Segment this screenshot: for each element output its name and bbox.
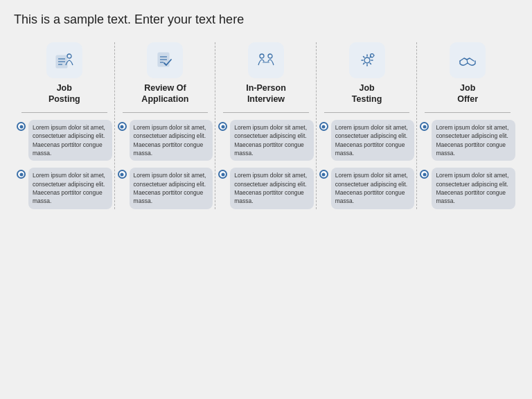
column-job-offer: JobOffer Lorem ipsum dolor sit amet, con… — [417, 42, 518, 209]
svg-point-12 — [364, 57, 370, 63]
in-person-interview-card-row-2: Lorem ipsum dolor sit amet, consectetuer… — [218, 168, 314, 209]
column-in-person-interview: In-PersonInterview Lorem ipsum dolor sit… — [215, 42, 317, 209]
review-application-label: Review OfApplication — [141, 82, 188, 105]
job-posting-icon-box — [46, 42, 82, 78]
in-person-interview-card-2: Lorem ipsum dolor sit amet, consectetuer… — [230, 168, 314, 209]
job-offer-card-row-1: Lorem ipsum dolor sit amet, consectetuer… — [420, 120, 515, 161]
review-application-icon-box — [147, 42, 183, 78]
in-person-interview-cards: Lorem ipsum dolor sit amet, consectetuer… — [215, 120, 317, 209]
job-posting-divider — [21, 112, 107, 114]
svg-point-4 — [67, 54, 71, 58]
column-job-testing: JobTesting Lorem ipsum dolor sit amet, c… — [317, 42, 418, 209]
job-testing-bullet-2 — [319, 170, 328, 179]
in-person-interview-card-1: Lorem ipsum dolor sit amet, consectetuer… — [230, 120, 314, 161]
review-application-bullet-2 — [118, 170, 127, 179]
review-application-card-row-2: Lorem ipsum dolor sit amet, consectetuer… — [118, 168, 213, 209]
job-testing-card-2: Lorem ipsum dolor sit amet, consectetuer… — [331, 168, 415, 209]
svg-point-10 — [268, 54, 272, 58]
in-person-interview-icon-box — [248, 42, 284, 78]
job-posting-bullet-1 — [17, 122, 26, 131]
in-person-interview-card-row-1: Lorem ipsum dolor sit amet, consectetuer… — [218, 120, 314, 161]
job-testing-card-row-1: Lorem ipsum dolor sit amet, consectetuer… — [319, 120, 415, 161]
job-posting-card-1: Lorem ipsum dolor sit amet, consectetuer… — [28, 120, 112, 161]
job-posting-card-row-1: Lorem ipsum dolor sit amet, consectetuer… — [17, 120, 112, 161]
job-testing-card-1: Lorem ipsum dolor sit amet, consectetuer… — [331, 120, 415, 161]
svg-rect-11 — [263, 62, 269, 63]
job-posting-card-2: Lorem ipsum dolor sit amet, consectetuer… — [28, 168, 112, 209]
column-job-posting: JobPosting Lorem ipsum dolor sit amet, c… — [14, 42, 115, 209]
job-offer-divider — [425, 112, 511, 114]
in-person-interview-bullet-1 — [218, 122, 227, 131]
job-posting-card-row-2: Lorem ipsum dolor sit amet, consectetuer… — [17, 168, 112, 209]
review-application-card-2: Lorem ipsum dolor sit amet, consectetuer… — [130, 168, 213, 209]
job-testing-card-row-2: Lorem ipsum dolor sit amet, consectetuer… — [319, 168, 415, 209]
job-posting-bullet-2 — [17, 170, 26, 179]
job-offer-card-row-2: Lorem ipsum dolor sit amet, consectetuer… — [420, 168, 515, 209]
review-application-bullet-1 — [118, 122, 127, 131]
job-testing-cards: Lorem ipsum dolor sit amet, consectetuer… — [317, 120, 418, 209]
job-offer-bullet-1 — [420, 122, 429, 131]
columns-container: JobPosting Lorem ipsum dolor sit amet, c… — [14, 42, 518, 209]
job-posting-cards: Lorem ipsum dolor sit amet, consectetuer… — [14, 120, 115, 209]
job-testing-bullet-1 — [319, 122, 328, 131]
page-title: This is a sample text. Enter your text h… — [14, 12, 518, 27]
page: This is a sample text. Enter your text h… — [0, 0, 532, 399]
svg-point-9 — [260, 54, 264, 58]
review-application-cards: Lorem ipsum dolor sit amet, consectetuer… — [115, 120, 216, 209]
in-person-interview-divider — [223, 112, 309, 114]
review-application-divider — [123, 112, 209, 114]
job-offer-card-1: Lorem ipsum dolor sit amet, consectetuer… — [432, 120, 515, 161]
job-offer-cards: Lorem ipsum dolor sit amet, consectetuer… — [417, 120, 518, 209]
job-offer-label: JobOffer — [457, 82, 478, 105]
job-testing-icon-box — [349, 42, 385, 78]
job-offer-card-2: Lorem ipsum dolor sit amet, consectetuer… — [432, 168, 515, 209]
review-application-card-row-1: Lorem ipsum dolor sit amet, consectetuer… — [118, 120, 213, 161]
in-person-interview-icon — [256, 50, 276, 71]
review-application-card-1: Lorem ipsum dolor sit amet, consectetuer… — [130, 120, 213, 161]
column-review-application: Review OfApplication Lorem ipsum dolor s… — [115, 42, 216, 209]
job-offer-icon — [457, 50, 478, 71]
review-application-icon — [154, 50, 175, 71]
job-offer-icon-box — [450, 42, 486, 78]
job-posting-icon — [54, 50, 75, 71]
job-testing-divider — [324, 112, 410, 114]
job-posting-label: JobPosting — [48, 82, 80, 105]
in-person-interview-label: In-PersonInterview — [246, 82, 286, 105]
in-person-interview-bullet-2 — [218, 170, 227, 179]
job-testing-label: JobTesting — [352, 82, 382, 105]
job-offer-bullet-2 — [420, 170, 429, 179]
job-testing-icon — [357, 50, 378, 71]
